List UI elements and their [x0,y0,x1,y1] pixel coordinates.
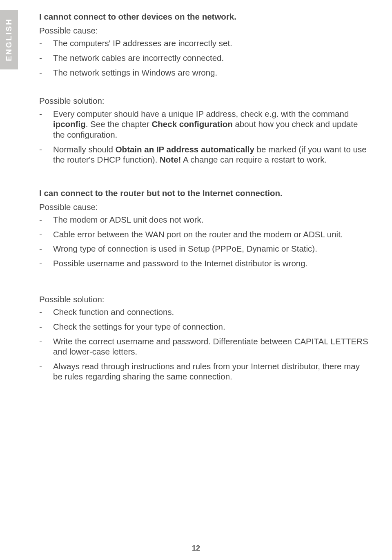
solution-text: Check function and connections. [53,307,370,317]
bullet-dash: - [39,109,53,140]
bullet-dash: - [39,307,53,317]
solution-text: Check the settings for your type of conn… [53,321,370,332]
solution-text: Every computer should have a unique IP a… [53,109,370,140]
bullet-dash: - [39,258,53,269]
language-tab-label: ENGLISH [4,18,13,61]
bullet-dash: - [39,38,53,49]
section2-solution-label: Possible solution: [39,294,370,305]
list-item: - Wrong type of connection is used in Se… [39,243,370,254]
list-item: - Check function and connections. [39,307,370,317]
language-tab: ENGLISH [0,10,18,69]
list-item: - The network cables are incorrectly con… [39,53,370,63]
bullet-dash: - [39,53,53,63]
cause-text: Possible username and password to the In… [53,258,370,269]
solution-text: Normally should Obtain an IP address aut… [53,144,370,165]
bullet-dash: - [39,243,53,254]
bullet-dash: - [39,229,53,240]
bullet-dash: - [39,336,53,357]
section1-solution-label: Possible solution: [39,96,370,106]
bullet-dash: - [39,144,53,165]
section2-cause-label: Possible cause: [39,202,370,212]
cause-text: Cable error between the WAN port on the … [53,229,370,240]
list-item: - The modem or ADSL unit does not work. [39,214,370,225]
section2-heading: I can connect to the router but not to t… [39,188,370,199]
solution-text: Write the correct username and password.… [53,336,370,357]
bullet-dash: - [39,321,53,332]
list-item: - Always read through instructions and r… [39,361,370,382]
list-item: - Normally should Obtain an IP address a… [39,144,370,165]
list-item: - Every computer should have a unique IP… [39,109,370,140]
cause-text: The computers' IP addresses are incorrec… [53,38,370,49]
page-number: 12 [0,544,392,553]
section1-heading: I cannot connect to other devices on the… [39,11,370,22]
page-content: I cannot connect to other devices on the… [39,11,370,386]
solution-text: Always read through instructions and rul… [53,361,370,382]
list-item: - Cable error between the WAN port on th… [39,229,370,240]
list-item: - Check the settings for your type of co… [39,321,370,332]
list-item: - Write the correct username and passwor… [39,336,370,357]
cause-text: The network settings in Windows are wron… [53,67,370,78]
list-item: - Possible username and password to the … [39,258,370,269]
cause-text: Wrong type of connection is used in Setu… [53,243,370,254]
bullet-dash: - [39,67,53,78]
cause-text: The modem or ADSL unit does not work. [53,214,370,225]
section1-cause-label: Possible cause: [39,25,370,36]
bullet-dash: - [39,361,53,382]
cause-text: The network cables are incorrectly conne… [53,53,370,63]
list-item: - The computers' IP addresses are incorr… [39,38,370,49]
list-item: - The network settings in Windows are wr… [39,67,370,78]
bullet-dash: - [39,214,53,225]
